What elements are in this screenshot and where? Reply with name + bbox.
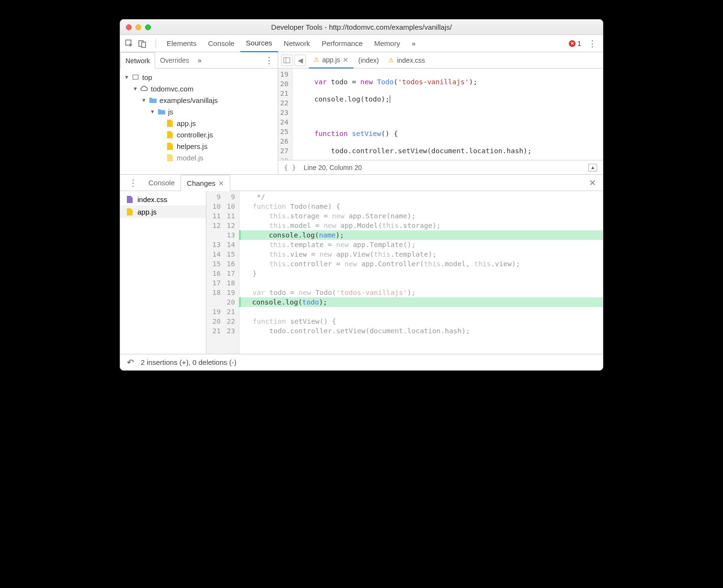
error-icon: ✕ xyxy=(569,40,576,47)
drawer-more-icon[interactable]: ⋮ xyxy=(124,179,142,187)
disclose-icon: ▼ xyxy=(124,74,129,80)
tree-top[interactable]: ▼ top xyxy=(122,71,276,83)
tab-elements[interactable]: Elements xyxy=(161,35,203,52)
disclose-icon: ▼ xyxy=(150,109,155,114)
sidebar-more-icon[interactable]: ⋮ xyxy=(260,56,278,65)
editor-tabs: ◀ ⚠ app.js ✕ (index) ⚠ index.css xyxy=(278,52,603,68)
drawer-tab-changes[interactable]: Changes ✕ xyxy=(181,175,230,191)
cursor-position: Line 20, Column 20 xyxy=(304,164,362,171)
diff-area[interactable]: 9910101111121213131414151516161717181819… xyxy=(206,191,603,354)
minimize-window-button[interactable] xyxy=(136,24,141,30)
tree-file-label: app.js xyxy=(177,119,196,127)
tree-top-label: top xyxy=(142,73,152,81)
changed-file-app-js[interactable]: app.js xyxy=(120,205,206,218)
editor-tab-index[interactable]: (index) xyxy=(353,52,384,68)
inspect-element-icon[interactable] xyxy=(124,38,135,49)
line-gutter: 19202122232425262728 xyxy=(278,68,293,160)
warning-icon: ⚠ xyxy=(314,56,319,63)
tree-path-label: examples/vanillajs xyxy=(159,96,218,104)
close-window-button[interactable] xyxy=(126,24,132,30)
svg-rect-3 xyxy=(284,57,290,63)
history-back-icon[interactable]: ◀ xyxy=(294,55,306,66)
file-icon xyxy=(126,208,134,215)
sources-panel: Network Overrides » ⋮ ▼ top ▼ xyxy=(120,52,603,175)
drawer: ⋮ Console Changes ✕ ✕ index.css xyxy=(120,175,603,370)
file-icon xyxy=(166,142,174,150)
error-badge[interactable]: ✕ 1 xyxy=(569,39,581,47)
file-icon xyxy=(126,195,134,203)
traffic-lights xyxy=(126,24,151,30)
settings-menu-icon[interactable]: ⋮ xyxy=(585,39,599,48)
diff-content[interactable]: */ function Todo(name) { this.storage = … xyxy=(239,191,603,354)
tree-file-label: helpers.js xyxy=(177,142,207,150)
changes-panel: index.css app.js 99101011111212131314141… xyxy=(120,191,603,354)
tree-path[interactable]: ▼ examples/vanillajs xyxy=(122,94,276,106)
main-toolbar: Elements Console Sources Network Perform… xyxy=(120,35,603,52)
folder-icon xyxy=(158,108,165,115)
drawer-tab-label: Changes xyxy=(187,179,215,187)
maximize-window-button[interactable] xyxy=(145,24,151,30)
changed-file-label: index.css xyxy=(137,195,168,204)
changed-files-list: index.css app.js xyxy=(120,191,206,354)
file-tree: ▼ top ▼ todomvc.com ▼ xyxy=(120,68,278,166)
editor-tab-label: app.js xyxy=(322,56,340,64)
close-drawer-icon[interactable]: ✕ xyxy=(582,178,603,188)
titlebar: Developer Tools - http://todomvc.com/exa… xyxy=(120,20,603,35)
tab-network[interactable]: Network xyxy=(278,35,316,52)
drawer-tab-console[interactable]: Console xyxy=(143,175,181,191)
sidebar-tab-overrides[interactable]: Overrides xyxy=(155,52,194,68)
changed-file-index-css[interactable]: index.css xyxy=(120,193,206,205)
tree-domain[interactable]: ▼ todomvc.com xyxy=(122,83,276,94)
tree-folder-label: js xyxy=(168,108,173,116)
tree-folder-js[interactable]: ▼ js xyxy=(122,106,276,117)
sidebar-tab-network[interactable]: Network xyxy=(120,52,155,68)
code-area[interactable]: 19202122232425262728 var todo = new Todo… xyxy=(278,68,603,160)
editor-tab-label: index.css xyxy=(397,57,425,64)
revert-icon[interactable]: ↶ xyxy=(127,357,134,368)
toggle-sidebar-icon[interactable]: ▲ xyxy=(588,164,597,171)
tree-file-app[interactable]: app.js xyxy=(122,117,276,129)
pretty-print-icon[interactable]: { } xyxy=(284,164,296,171)
close-tab-icon[interactable]: ✕ xyxy=(218,180,224,187)
folder-icon xyxy=(149,96,157,104)
editor-tab-index-css[interactable]: ⚠ index.css xyxy=(384,52,429,68)
devtools-window: Developer Tools - http://todomvc.com/exa… xyxy=(120,19,603,371)
editor-tab-app-js[interactable]: ⚠ app.js ✕ xyxy=(309,52,353,68)
tab-memory[interactable]: Memory xyxy=(369,35,406,52)
editor-tab-label: (index) xyxy=(358,57,379,64)
warning-icon: ⚠ xyxy=(388,57,394,64)
tab-sources[interactable]: Sources xyxy=(240,35,278,52)
navigator-sidebar: Network Overrides » ⋮ ▼ top ▼ xyxy=(120,52,278,174)
file-icon xyxy=(166,154,174,161)
device-toolbar-icon[interactable] xyxy=(137,38,148,49)
workspace: Network Overrides » ⋮ ▼ top ▼ xyxy=(120,52,603,370)
tree-file-label: model.js xyxy=(177,154,203,162)
tree-file-model[interactable]: model.js xyxy=(122,152,276,163)
file-icon xyxy=(166,119,174,127)
frame-icon xyxy=(132,73,139,81)
tab-performance[interactable]: Performance xyxy=(316,35,369,52)
editor: ◀ ⚠ app.js ✕ (index) ⚠ index.css xyxy=(278,52,603,174)
tree-domain-label: todomvc.com xyxy=(151,85,193,93)
tree-file-controller[interactable]: controller.js xyxy=(122,129,276,140)
disclose-icon: ▼ xyxy=(133,86,137,91)
disclose-icon: ▼ xyxy=(141,97,146,103)
changes-summary: 2 insertions (+), 0 deletions (-) xyxy=(141,358,237,366)
sidebar-tabs-overflow[interactable]: » xyxy=(194,57,206,64)
tree-file-helpers[interactable]: helpers.js xyxy=(122,140,276,152)
toggle-navigator-icon[interactable] xyxy=(281,55,293,66)
separator xyxy=(156,39,156,48)
tabs-overflow[interactable]: » xyxy=(406,35,422,52)
tree-file-label: controller.js xyxy=(177,131,213,139)
close-tab-icon[interactable]: ✕ xyxy=(343,56,349,64)
error-count: 1 xyxy=(577,39,581,47)
tab-console[interactable]: Console xyxy=(203,35,240,52)
diff-gutter: 9910101111121213131414151516161717181819… xyxy=(206,191,239,354)
cloud-icon xyxy=(140,85,148,92)
svg-rect-2 xyxy=(142,42,146,47)
code-content[interactable]: var todo = new Todo('todos-vanillajs'); … xyxy=(293,68,536,160)
window-title: Developer Tools - http://todomvc.com/exa… xyxy=(120,23,603,31)
file-icon xyxy=(166,131,174,138)
editor-status-bar: { } Line 20, Column 20 ▲ xyxy=(278,160,603,174)
changes-status-bar: ↶ 2 insertions (+), 0 deletions (-) xyxy=(120,354,603,370)
